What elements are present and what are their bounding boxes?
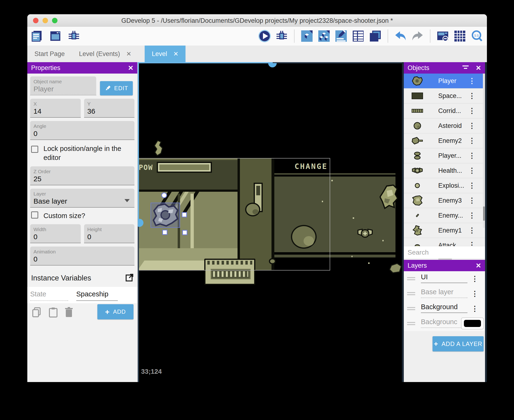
resize-handle-right[interactable] <box>182 212 187 217</box>
trash-icon[interactable] <box>65 307 73 318</box>
object-menu-icon[interactable]: ⋮ <box>468 182 476 189</box>
close-layers-icon[interactable]: ✕ <box>476 262 481 270</box>
add-layer-button[interactable]: + ADD A LAYER <box>432 336 483 352</box>
health-pickup-sprite[interactable] <box>357 228 373 240</box>
rotate-handle[interactable] <box>161 192 167 198</box>
drag-handle-icon[interactable] <box>407 276 415 281</box>
layer-menu-icon[interactable]: ⋮ <box>471 275 478 282</box>
object-row-enemy3[interactable]: Enemy3 ⋮ <box>404 193 485 208</box>
right-panel: Objects ✕ Player ⋮ Space... ⋮ Corrid... <box>402 62 487 382</box>
object-row-player[interactable]: Player ⋮ <box>404 74 485 89</box>
object-row-health[interactable]: Health... ⋮ <box>404 163 485 178</box>
grid-icon[interactable] <box>453 30 467 43</box>
edit-object-button[interactable]: EDIT <box>100 81 133 95</box>
width-field[interactable]: Width 0 <box>30 224 81 243</box>
instance-variable-row[interactable]: State Spaceship <box>27 287 137 303</box>
object-name-field[interactable]: Object name Player <box>30 76 96 95</box>
object-row-space[interactable]: Space... ⋮ <box>404 89 485 104</box>
variable-name-field[interactable]: State <box>30 290 68 301</box>
objects-page-icon[interactable] <box>300 30 314 43</box>
object-menu-icon[interactable]: ⋮ <box>468 77 476 84</box>
layer-dropdown[interactable]: Layer Base layer <box>30 189 134 208</box>
objects-scrollbar[interactable] <box>483 74 485 228</box>
object-row-corridor[interactable]: Corrid... ⋮ <box>404 104 485 118</box>
object-row-asteroid[interactable]: Asteroid ⋮ <box>404 118 485 133</box>
variable-value-field[interactable]: Spaceship <box>76 290 118 301</box>
play-icon[interactable] <box>258 30 271 43</box>
drag-handle-icon[interactable] <box>407 291 415 296</box>
enemy3-sprite[interactable] <box>380 185 398 211</box>
scene-edge-top-handle[interactable] <box>268 63 277 68</box>
drag-handle-icon[interactable] <box>407 306 415 311</box>
object-menu-icon[interactable]: ⋮ <box>468 212 476 219</box>
layer-row-background[interactable]: Background ⋮ <box>404 301 485 316</box>
tab-start-page[interactable]: Start Page <box>27 45 72 62</box>
object-row-player2[interactable]: Player... ⋮ <box>404 148 485 163</box>
x-field[interactable]: X 14 <box>30 99 81 118</box>
debug-icon[interactable] <box>275 30 288 43</box>
filter-icon[interactable] <box>462 64 469 72</box>
close-tab-icon[interactable]: ✕ <box>173 50 179 58</box>
close-tab-icon[interactable]: ✕ <box>126 50 131 58</box>
debris2-sprite[interactable] <box>389 263 402 274</box>
object-menu-icon[interactable]: ⋮ <box>468 122 476 129</box>
copy-scenes-icon[interactable] <box>369 30 382 43</box>
z-order-label: Z Order <box>33 169 131 174</box>
tab-level-events[interactable]: Level (Events)✕ <box>72 45 138 62</box>
object-row-enemy2[interactable]: Enemy2 ⋮ <box>404 133 485 148</box>
close-objects-icon[interactable]: ✕ <box>476 64 481 72</box>
object-menu-icon[interactable]: ⋮ <box>468 152 476 159</box>
scene-window-icon[interactable] <box>49 30 62 43</box>
instances-page-icon[interactable] <box>317 30 331 43</box>
close-properties-icon[interactable]: ✕ <box>128 64 133 72</box>
layer-menu-icon[interactable]: ⋮ <box>471 305 478 312</box>
object-menu-icon[interactable]: ⋮ <box>468 92 476 99</box>
edit-scene-icon[interactable] <box>334 30 348 43</box>
height-field[interactable]: Height 0 <box>84 224 135 243</box>
paste-icon[interactable] <box>49 307 58 318</box>
copy-icon[interactable] <box>32 307 42 318</box>
lock-position-label: Lock position/angle in the editor <box>44 144 133 162</box>
project-manager-icon[interactable] <box>30 30 44 43</box>
object-row-explosion[interactable]: Explosi... ⋮ <box>404 178 485 193</box>
window-mask-icon[interactable] <box>436 30 449 43</box>
resize-handle-bottom[interactable] <box>162 230 168 235</box>
scene-edge-left[interactable] <box>138 62 139 223</box>
animation-field[interactable]: Animation 0 <box>30 247 134 266</box>
layer-row-base[interactable]: Base layer ⋮ <box>404 286 485 301</box>
y-field[interactable]: Y 36 <box>84 99 135 118</box>
layer-row-ui[interactable]: UI ⋮ <box>404 271 485 286</box>
search-input[interactable] <box>407 249 487 256</box>
object-menu-icon[interactable]: ⋮ <box>468 137 476 144</box>
undo-icon[interactable] <box>394 30 407 43</box>
object-row-enemy1[interactable]: Enemy1 ⋮ <box>404 223 485 238</box>
lock-position-checkbox[interactable] <box>31 146 38 153</box>
add-variable-button[interactable]: + ADD <box>97 304 133 319</box>
layer-menu-icon[interactable]: ⋮ <box>471 290 478 297</box>
z-order-field[interactable]: Z Order 25 <box>30 166 134 185</box>
drag-handle-icon[interactable] <box>407 321 415 326</box>
events-list-icon[interactable] <box>352 30 365 43</box>
scene-edge-top[interactable] <box>138 62 273 63</box>
zoom-one-to-one-icon[interactable]: 1:1 <box>470 30 483 43</box>
object-menu-icon[interactable]: ⋮ <box>468 227 476 234</box>
object-row-enemy4[interactable]: Enemy... ⋮ <box>404 208 485 223</box>
layer-row-background2[interactable]: Backgrounc <box>404 316 485 331</box>
objects-search[interactable] <box>404 246 485 258</box>
debugger-icon[interactable] <box>67 30 81 43</box>
object-menu-icon[interactable]: ⋮ <box>468 107 476 114</box>
object-menu-icon[interactable]: ⋮ <box>468 197 476 204</box>
layer-color-swatch[interactable] <box>461 317 484 329</box>
object-row-attack[interactable]: Attack... ⋮ <box>404 238 485 246</box>
custom-size-checkbox[interactable] <box>31 211 38 218</box>
resize-handle-corner[interactable] <box>182 230 187 235</box>
tab-level[interactable]: Level✕ <box>145 45 185 62</box>
scene-canvas[interactable]: POW CHANGE <box>138 62 402 382</box>
object-menu-icon[interactable]: ⋮ <box>468 241 476 246</box>
selected-player-instance[interactable] <box>151 203 180 228</box>
redo-icon[interactable] <box>411 30 424 43</box>
debris-sprite[interactable] <box>153 140 165 157</box>
open-in-new-icon[interactable] <box>125 274 133 283</box>
angle-field[interactable]: Angle 0 <box>30 121 134 140</box>
object-menu-icon[interactable]: ⋮ <box>468 167 476 174</box>
